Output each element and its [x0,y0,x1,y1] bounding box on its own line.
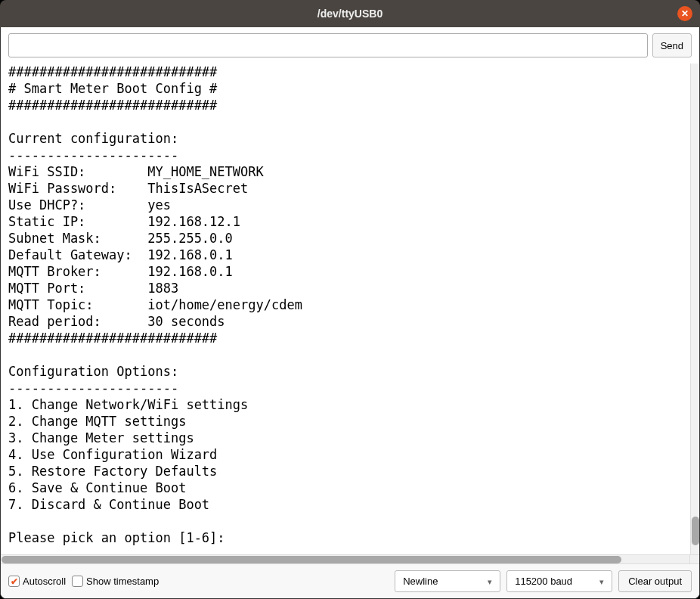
vertical-scrollbar[interactable] [690,64,699,554]
line-ending-value: Newline [403,576,438,587]
window-title: /dev/ttyUSB0 [317,8,383,20]
horizontal-scrollbar[interactable] [1,555,690,563]
timestamp-toggle[interactable]: Show timestamp [72,576,159,587]
horizontal-scrollbar-thumb[interactable] [2,556,621,563]
send-toolbar: Send [1,27,699,64]
scrollbar-corner [690,555,699,563]
timestamp-label: Show timestamp [86,576,159,587]
horizontal-scrollbar-row [1,554,699,563]
autoscroll-checkbox[interactable] [8,576,20,587]
serial-input[interactable] [8,33,648,57]
clear-output-button[interactable]: Clear output [618,570,692,592]
close-icon: ✕ [681,8,689,19]
baud-rate-select[interactable]: 115200 baud [506,570,612,592]
bottom-bar: Autoscroll Show timestamp Newline 115200… [1,563,699,598]
vertical-scrollbar-thumb[interactable] [692,517,699,545]
baud-rate-value: 115200 baud [515,576,572,587]
terminal-wrapper: ########################### # Smart Mete… [1,64,699,554]
timestamp-checkbox[interactable] [72,576,83,587]
content-area: Send ########################### # Smart… [0,27,700,599]
autoscroll-label: Autoscroll [23,576,66,587]
window-titlebar: /dev/ttyUSB0 ✕ [0,0,700,27]
autoscroll-toggle[interactable]: Autoscroll [8,576,66,587]
window-close-button[interactable]: ✕ [677,6,692,21]
send-button[interactable]: Send [652,33,692,57]
line-ending-select[interactable]: Newline [395,570,500,592]
serial-output[interactable]: ########################### # Smart Mete… [1,64,690,554]
